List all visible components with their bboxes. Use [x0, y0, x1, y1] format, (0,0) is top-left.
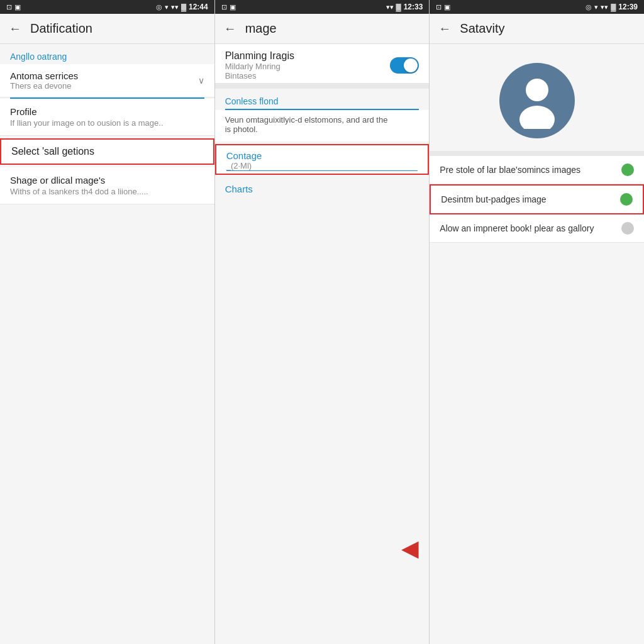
battery-icon: ▓ — [181, 3, 186, 11]
middle-panel: ⊡ ▣ ▾▾ ▓ 12:33 ← mage Planming Iragis Mi… — [215, 0, 430, 644]
right-toolbar: ← Satavity — [430, 14, 644, 44]
toggle-knob — [404, 58, 418, 72]
toggle-label-1: Pre stole of lar blae'somincs images — [440, 165, 621, 175]
mid-notification-icon: ⊡ — [221, 3, 227, 11]
back-button[interactable]: ← — [9, 21, 21, 36]
svg-point-0 — [526, 79, 548, 101]
right-circle-icon: ◎ — [586, 3, 592, 11]
right-content: Pre stole of lar blae'somincs images Des… — [430, 44, 644, 644]
charts-row[interactable]: Charts — [215, 177, 430, 201]
chevron-down-icon: ∨ — [198, 75, 204, 86]
right-divider-top — [430, 151, 644, 156]
page-title-left: Datification — [30, 21, 92, 36]
right-back-button[interactable]: ← — [438, 21, 451, 36]
shage-desc: Withs of a lsankers th4 dod a liione....… — [10, 187, 204, 196]
avatar — [499, 63, 575, 138]
shage-title: Shage or dlical mage's — [10, 175, 204, 186]
toggle-label-2: Desintm but-padges image — [441, 194, 620, 204]
autostart-subtitle: Thers ea devone — [10, 81, 198, 91]
mid-back-button[interactable]: ← — [224, 21, 236, 36]
planning-subtitle2: Bintases — [225, 71, 294, 80]
right-time-display: 12:39 — [618, 3, 638, 11]
right-alarm-icon: ▣ — [444, 3, 450, 11]
select-settings-row[interactable]: Select 'sall getions — [0, 138, 214, 165]
person-icon — [512, 72, 562, 129]
left-status-icons: ⊡ ▣ — [6, 3, 21, 11]
svg-point-1 — [519, 106, 555, 129]
divider-1 — [215, 84, 430, 89]
right-panel: ⊡ ▣ ◎ ▾ ▾▾ ▓ 12:39 ← Satavity — [430, 0, 644, 644]
dot-toggle-1[interactable] — [621, 164, 634, 176]
dot-toggle-2[interactable] — [620, 193, 633, 206]
section-header-left: Angllo oatrang — [0, 44, 214, 64]
charts-label: Charts — [225, 184, 253, 194]
contage-value: _(2·Ml) — [226, 161, 418, 171]
right-left-icons: ⊡ ▣ — [436, 3, 450, 11]
page-title-right: Satavity — [460, 21, 504, 36]
profile-desc: If llian your image on to ousion is a ma… — [10, 118, 204, 128]
toggle-row-2-highlighted[interactable]: Desintm but-padges image — [430, 184, 644, 214]
left-toolbar: ← Datification — [0, 14, 214, 44]
right-battery-icon: ▓ — [611, 3, 616, 11]
right-status-icons: ◎ ▾ ▾▾ ▓ 12:44 — [156, 3, 208, 11]
shage-row[interactable]: Shage or dlical mage's Withs of a lsanke… — [0, 167, 214, 204]
right-notification-icon: ⊡ — [436, 3, 441, 11]
mid-alarm-icon: ▣ — [230, 3, 236, 11]
autostart-services-row[interactable]: Antoma serrices Thers ea devone ∨ — [0, 64, 214, 97]
mid-battery-icon: ▓ — [396, 3, 401, 11]
alarm-icon: ▣ — [14, 3, 21, 11]
page-title-middle: mage — [245, 21, 277, 36]
planning-title: Planming Iragis — [225, 50, 294, 62]
dot-toggle-3[interactable] — [621, 222, 634, 235]
middle-toolbar: ← mage — [215, 14, 430, 44]
time-display: 12:44 — [189, 3, 208, 11]
right-right-icons: ◎ ▾ ▾▾ ▓ 12:39 — [586, 3, 638, 11]
mid-wifi-icon: ▾▾ — [386, 3, 394, 11]
conless-desc: Veun omtaguixitlyic-d elstomons, and ard… — [225, 115, 419, 134]
toggle-row-3[interactable]: Alow an impneret book! plear as gallory — [430, 214, 644, 243]
autostart-title: Antoma serrices — [10, 70, 198, 81]
contage-row[interactable]: Contage _(2·Ml) — [215, 144, 430, 175]
right-wifi-icon: ▾ — [594, 3, 598, 11]
left-status-bar: ⊡ ▣ ◎ ▾ ▾▾ ▓ 12:44 — [0, 0, 214, 14]
toggle-label-3: Alow an impneret book! plear as gallory — [440, 223, 621, 233]
mid-right-icons: ▾▾ ▓ 12:33 — [386, 3, 423, 11]
left-content: Angllo oatrang Antoma serrices Thers ea … — [0, 44, 214, 644]
mid-time-display: 12:33 — [404, 3, 423, 11]
select-settings-label: Select 'sall getions — [11, 146, 94, 157]
middle-content: Planming Iragis Mildarly Mnring Bintases… — [215, 44, 430, 644]
toggle-row-1[interactable]: Pre stole of lar blae'somincs images — [430, 156, 644, 184]
circle-icon: ◎ — [156, 3, 162, 11]
left-panel: ⊡ ▣ ◎ ▾ ▾▾ ▓ 12:44 ← Datification Angllo… — [0, 0, 215, 644]
profile-row[interactable]: Profile If llian your image on to ousion… — [0, 99, 214, 136]
profile-title: Profile — [10, 106, 204, 117]
signal-icon: ▾▾ — [171, 3, 179, 11]
planning-row[interactable]: Planming Iragis Mildarly Mnring Bintases — [215, 44, 430, 84]
planning-toggle[interactable] — [390, 57, 419, 74]
contage-label: Contage — [226, 150, 418, 161]
right-signal-icon: ▾▾ — [601, 3, 608, 11]
conless-header: Conless flond — [215, 89, 430, 109]
wifi-icon: ▾ — [165, 3, 169, 11]
middle-status-bar: ⊡ ▣ ▾▾ ▓ 12:33 — [215, 0, 430, 14]
conless-desc-row: Veun omtaguixitlyic-d elstomons, and ard… — [215, 110, 430, 142]
notification-icon: ⊡ — [6, 3, 12, 11]
right-status-bar: ⊡ ▣ ◎ ▾ ▾▾ ▓ 12:39 — [430, 0, 644, 14]
mid-left-icons: ⊡ ▣ — [221, 3, 236, 11]
planning-subtitle1: Mildarly Mnring — [225, 62, 294, 71]
avatar-container — [430, 44, 644, 151]
